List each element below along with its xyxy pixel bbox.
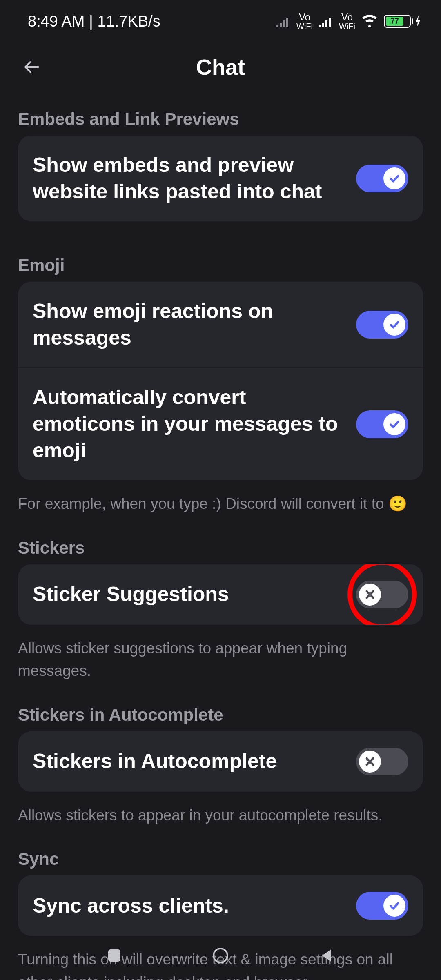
toggle-knob xyxy=(359,584,381,606)
vo-wifi-label-2: Vo WiFi xyxy=(339,12,355,30)
status-left: 8:49 AM | 11.7KB/s xyxy=(28,13,160,30)
circle-icon xyxy=(212,947,229,964)
nav-home-button[interactable] xyxy=(208,943,233,968)
battery-icon: 77 xyxy=(384,15,421,28)
row-stickers-ac[interactable]: Stickers in Autocomplete xyxy=(18,731,423,792)
section-header-sync: Sync xyxy=(18,847,423,875)
toggle-emoji-convert[interactable] xyxy=(356,410,408,438)
status-time: 8:49 AM xyxy=(28,13,85,30)
nav-recent-button[interactable] xyxy=(102,943,127,968)
signal-icon-1 xyxy=(276,16,289,27)
toggle-knob xyxy=(383,895,405,917)
system-nav-bar xyxy=(0,931,441,980)
card-stickers: Sticker Suggestions xyxy=(18,564,423,625)
x-icon xyxy=(365,756,375,767)
row-sync[interactable]: Sync across clients. xyxy=(18,875,423,936)
svg-point-1 xyxy=(214,949,227,962)
signal-icon-2 xyxy=(318,16,332,27)
toggle-embeds[interactable] xyxy=(356,165,408,192)
toggle-sticker-suggestions[interactable] xyxy=(356,581,408,608)
card-emoji: Show emoji reactions on messages Automat… xyxy=(18,282,423,480)
section-header-stickers-ac: Stickers in Autocomplete xyxy=(18,703,423,731)
row-label: Sync across clients. xyxy=(33,893,344,919)
card-embeds: Show embeds and preview website links pa… xyxy=(18,136,423,221)
app-bar: Chat xyxy=(0,38,441,100)
row-sticker-suggestions[interactable]: Sticker Suggestions xyxy=(18,564,423,625)
check-icon xyxy=(389,173,400,184)
toggle-knob xyxy=(383,167,405,189)
toggle-knob xyxy=(383,413,405,435)
card-stickers-ac: Stickers in Autocomplete xyxy=(18,731,423,792)
toggle-emoji-reactions[interactable] xyxy=(356,311,408,339)
toggle-knob xyxy=(383,314,405,336)
toggle-sync[interactable] xyxy=(356,892,408,920)
back-button[interactable] xyxy=(20,55,44,79)
back-arrow-icon xyxy=(22,57,42,77)
svg-rect-0 xyxy=(108,949,120,962)
vo-wifi-label-1: Vo WiFi xyxy=(296,12,313,30)
helper-emoji: For example, when you type :) Discord wi… xyxy=(18,480,423,536)
content: Embeds and Link Previews Show embeds and… xyxy=(0,100,441,980)
nav-back-button[interactable] xyxy=(314,943,339,968)
square-icon xyxy=(107,948,122,963)
section-header-stickers: Stickers xyxy=(18,536,423,564)
x-icon xyxy=(365,589,375,600)
check-icon xyxy=(389,900,400,911)
status-bar: 8:49 AM | 11.7KB/s Vo WiFi Vo WiFi 77 xyxy=(0,0,441,38)
row-label: Show emoji reactions on messages xyxy=(33,298,344,351)
section-header-embeds: Embeds and Link Previews xyxy=(18,100,423,136)
row-embeds[interactable]: Show embeds and preview website links pa… xyxy=(18,136,423,221)
section-header-emoji: Emoji xyxy=(18,246,423,282)
row-label: Automatically convert emoticons in your … xyxy=(33,384,344,464)
toggle-stickers-ac[interactable] xyxy=(356,748,408,775)
toggle-knob xyxy=(359,751,381,773)
card-sync: Sync across clients. xyxy=(18,875,423,936)
row-label: Sticker Suggestions xyxy=(33,581,344,608)
row-label: Stickers in Autocomplete xyxy=(33,748,344,775)
status-data-rate: 11.7KB/s xyxy=(97,13,160,30)
helper-stickers-ac: Allows stickers to appear in your autoco… xyxy=(18,792,423,847)
row-emoji-convert[interactable]: Automatically convert emoticons in your … xyxy=(18,368,423,480)
status-right: Vo WiFi Vo WiFi 77 xyxy=(276,12,421,30)
check-icon xyxy=(389,319,400,330)
page-title: Chat xyxy=(196,54,245,80)
row-emoji-reactions[interactable]: Show emoji reactions on messages xyxy=(18,282,423,368)
row-label: Show embeds and preview website links pa… xyxy=(33,152,344,205)
triangle-back-icon xyxy=(319,948,334,963)
check-icon xyxy=(389,419,400,430)
helper-stickers: Allows sticker suggestions to appear whe… xyxy=(18,625,423,703)
wifi-icon xyxy=(361,13,378,30)
